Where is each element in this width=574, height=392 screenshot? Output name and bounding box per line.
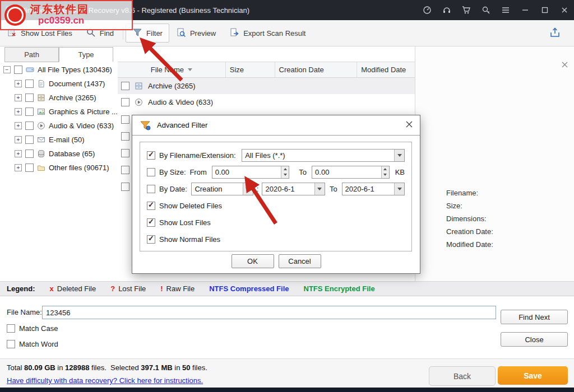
expand-icon[interactable] (15, 136, 22, 143)
headset-support-icon[interactable] (437, 0, 456, 20)
preview-creation-date-label: Creation Date: (446, 227, 493, 236)
dialog-buttons: OK Cancel (132, 254, 420, 268)
show-normal-checkbox[interactable] (147, 235, 155, 244)
chevron-down-icon[interactable] (314, 183, 325, 195)
filename-filter-select[interactable]: All Files (*.*) (242, 149, 405, 162)
menu-icon[interactable] (496, 0, 515, 20)
size-to-input[interactable]: 0.00 (312, 166, 390, 179)
help-link[interactable]: Have difficulty with data recovery? Clic… (7, 376, 203, 385)
column-creation-date[interactable]: Creation Date (275, 62, 358, 77)
cart-icon[interactable] (456, 0, 476, 20)
show-lost-row[interactable]: Show Lost Files (147, 216, 405, 229)
column-file-name[interactable]: File Name (118, 62, 226, 77)
tree-item-label: Graphics & Picture ... (49, 108, 118, 116)
spinner-icon[interactable] (281, 166, 289, 178)
expand-icon[interactable] (15, 94, 22, 101)
tree-item-database[interactable]: Database (65) (0, 147, 118, 161)
share-button[interactable] (543, 24, 567, 43)
checkbox[interactable] (25, 80, 34, 88)
legend-ntfs-compressed: NTFS Compressed File (209, 284, 289, 293)
tree-item-graphics[interactable]: Graphics & Picture ... (0, 105, 118, 119)
file-row-audio-video[interactable]: Audio & Video (633) (118, 94, 415, 110)
checkbox[interactable] (25, 108, 34, 116)
show-normal-row[interactable]: Show Normal Files (147, 232, 405, 246)
chevron-down-icon[interactable] (394, 183, 404, 195)
cancel-button[interactable]: Cancel (279, 254, 321, 268)
checkbox[interactable] (25, 94, 34, 102)
by-date-checkbox[interactable] (147, 185, 155, 193)
back-button[interactable]: Back (429, 366, 496, 386)
tree-item-other-files[interactable]: Other files (90671) (0, 161, 118, 175)
show-normal-label: Show Normal Files (159, 235, 220, 244)
expand-icon[interactable] (15, 122, 22, 129)
match-case-checkbox[interactable] (7, 324, 15, 333)
row-checkbox[interactable] (121, 115, 129, 124)
row-checkbox[interactable] (121, 82, 129, 90)
by-filename-checkbox[interactable] (147, 151, 155, 160)
size-to-value: 0.00 (315, 168, 329, 176)
ok-button[interactable]: OK (232, 254, 274, 268)
date-type-select[interactable]: Creation (191, 183, 253, 195)
license-key-icon[interactable] (476, 0, 496, 20)
export-scan-result-button[interactable]: Export Scan Result (223, 24, 312, 43)
row-checkbox[interactable] (121, 149, 129, 157)
date-from-select[interactable]: 2020-6-1 (262, 183, 325, 195)
maximize-button[interactable] (535, 0, 554, 20)
size-from-input[interactable]: 0.00 (212, 166, 290, 179)
tab-path[interactable]: Path (4, 47, 59, 62)
expand-icon[interactable] (15, 150, 22, 157)
close-button[interactable] (554, 0, 574, 20)
checkbox[interactable] (25, 136, 34, 144)
preview-label: Preview (190, 29, 216, 38)
chevron-down-icon[interactable] (243, 183, 253, 195)
checkbox[interactable] (25, 164, 34, 172)
status-bar: Total 80.09 GB in 128988 files. Selected… (0, 358, 574, 388)
size-from-value: 0.00 (215, 168, 229, 176)
match-word-option[interactable]: Match Word (7, 340, 58, 348)
spinner-icon[interactable] (381, 166, 389, 178)
match-case-option[interactable]: Match Case (7, 324, 58, 333)
save-button[interactable]: Save (498, 366, 568, 385)
preview-close-icon[interactable] (562, 62, 568, 68)
column-size[interactable]: Size (226, 62, 275, 77)
expand-icon[interactable] (15, 80, 22, 87)
checkbox[interactable] (25, 122, 34, 130)
expand-icon[interactable] (15, 164, 22, 171)
tree-item-all-file-types[interactable]: All File Types (130436) (0, 63, 118, 77)
show-deleted-checkbox[interactable] (147, 202, 155, 210)
file-name-input[interactable] (42, 306, 496, 319)
row-checkbox[interactable] (121, 166, 129, 174)
expand-icon[interactable] (15, 108, 22, 115)
date-to-select[interactable]: 2020-6-1 (342, 183, 405, 195)
tree-item-archive[interactable]: Archive (3265) (0, 91, 118, 105)
row-checkbox[interactable] (121, 183, 129, 191)
date-to-value: 2020-6-1 (345, 185, 374, 193)
row-checkbox[interactable] (121, 98, 129, 106)
match-word-checkbox[interactable] (7, 340, 15, 348)
show-lost-checkbox[interactable] (147, 218, 155, 227)
bottom-strip (0, 388, 574, 392)
filter-label: Filter (146, 29, 163, 38)
dialog-close-icon[interactable] (405, 120, 413, 128)
column-modified-date[interactable]: Modified Date (357, 62, 415, 77)
show-deleted-row[interactable]: Show Deleted Files (147, 199, 405, 212)
speedometer-icon[interactable] (417, 0, 437, 20)
row-checkbox[interactable] (121, 132, 129, 141)
chevron-down-icon[interactable] (394, 150, 404, 161)
media-icon (135, 98, 143, 106)
advanced-filter-dialog: Advanced Filter By Filename/Extension: A… (132, 115, 420, 274)
tree-item-document[interactable]: Document (1437) (0, 77, 118, 91)
preview-button[interactable]: Preview (169, 24, 223, 43)
find-next-button[interactable]: Find Next (501, 310, 568, 324)
collapse-icon[interactable] (3, 66, 11, 73)
checkbox[interactable] (25, 150, 34, 158)
tree-item-audio-video[interactable]: Audio & Video (633) (0, 119, 118, 133)
file-row-archive[interactable]: Archive (3265) (118, 78, 415, 94)
tab-type[interactable]: Type (59, 47, 113, 62)
checkbox[interactable] (14, 66, 22, 74)
tree-item-email[interactable]: E-mail (50) (0, 133, 118, 147)
by-size-checkbox[interactable] (147, 168, 155, 176)
tree-item-label: Audio & Video (633) (49, 122, 114, 130)
minimize-button[interactable] (515, 0, 535, 20)
find-close-button[interactable]: Close (501, 332, 568, 347)
